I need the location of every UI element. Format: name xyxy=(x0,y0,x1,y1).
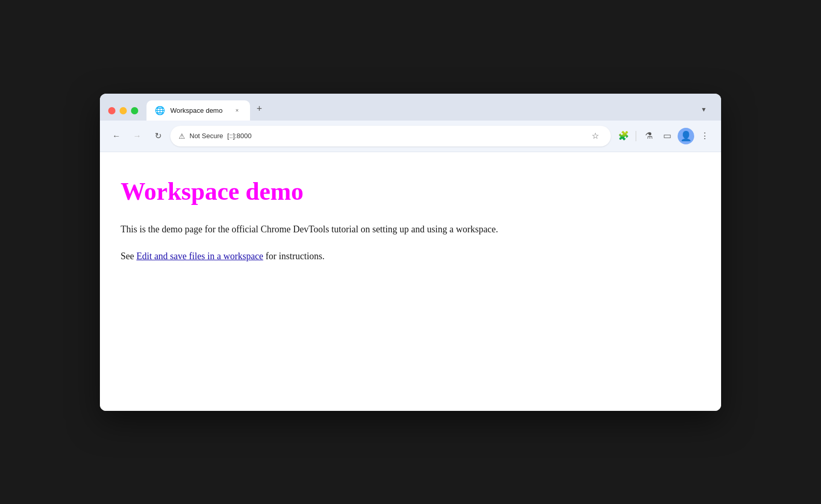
new-tab-button[interactable]: + xyxy=(250,100,269,118)
title-bar: 🌐 Workspace demo × + ▾ xyxy=(100,94,721,121)
browser-window: 🌐 Workspace demo × + ▾ ← → ↻ ⚠ Not Secur… xyxy=(100,94,721,411)
link-paragraph: See Edit and save files in a workspace f… xyxy=(121,249,700,264)
nav-bar: ← → ↻ ⚠ Not Secure [::]:8000 ☆ 🧩 ⚗ ▭ 👤 ⋮ xyxy=(100,121,721,152)
intro-paragraph: This is the demo page for the official C… xyxy=(121,222,700,237)
intro-text: This is the demo page for the official C… xyxy=(121,224,498,234)
extensions-button[interactable]: 🧩 xyxy=(615,128,632,144)
address-url: [::]:8000 xyxy=(227,132,584,140)
link-after-text: for instructions. xyxy=(263,251,325,261)
tab-dropdown-button[interactable]: ▾ xyxy=(694,100,713,118)
lab-button[interactable]: ⚗ xyxy=(640,128,657,144)
active-tab[interactable]: 🌐 Workspace demo × xyxy=(146,100,250,121)
page-heading: Workspace demo xyxy=(121,177,700,205)
traffic-lights xyxy=(108,107,146,121)
forward-button[interactable]: → xyxy=(129,128,145,144)
not-secure-label: Not Secure xyxy=(189,132,223,140)
sidebar-button[interactable]: ▭ xyxy=(659,128,676,144)
page-content: Workspace demo This is the demo page for… xyxy=(100,152,721,411)
avatar-button[interactable]: 👤 xyxy=(678,128,694,144)
nav-divider xyxy=(636,131,636,141)
workspace-link[interactable]: Edit and save files in a workspace xyxy=(137,251,263,261)
close-traffic-light[interactable] xyxy=(108,107,115,114)
maximize-traffic-light[interactable] xyxy=(131,107,138,114)
avatar-icon: 👤 xyxy=(680,130,692,142)
tab-close-button[interactable]: × xyxy=(232,106,242,115)
bookmark-button[interactable]: ☆ xyxy=(588,129,603,143)
tab-title: Workspace demo xyxy=(170,107,227,114)
menu-button[interactable]: ⋮ xyxy=(696,128,713,144)
minimize-traffic-light[interactable] xyxy=(120,107,127,114)
globe-icon: 🌐 xyxy=(155,106,165,115)
tab-bar: 🌐 Workspace demo × + ▾ xyxy=(146,100,713,121)
link-before-text: See xyxy=(121,251,137,261)
warning-icon: ⚠ xyxy=(179,132,185,140)
nav-actions: 🧩 ⚗ ▭ 👤 ⋮ xyxy=(615,128,713,144)
address-bar[interactable]: ⚠ Not Secure [::]:8000 ☆ xyxy=(170,126,611,146)
reload-button[interactable]: ↻ xyxy=(150,128,166,144)
back-button[interactable]: ← xyxy=(108,128,125,144)
